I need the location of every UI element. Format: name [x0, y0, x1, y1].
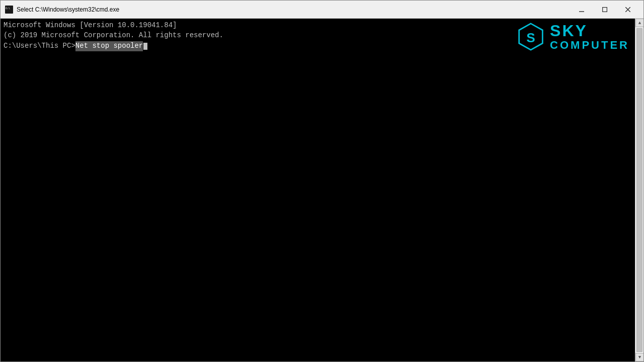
- scroll-up-button[interactable]: ▲: [635, 19, 643, 27]
- maximize-button[interactable]: [593, 1, 616, 19]
- cmd-window: Select C:\Windows\system32\cmd.exe Micro…: [0, 0, 644, 362]
- prompt-text: C:\Users\This PC>: [4, 41, 75, 51]
- window-icon: [5, 5, 14, 14]
- logo-computer-text: COMPUTER: [550, 40, 629, 51]
- scroll-thumb[interactable]: [636, 28, 642, 352]
- svg-text:S: S: [526, 30, 535, 45]
- sky-computer-logo-icon: S: [517, 23, 545, 51]
- logo-overlay: S SKY COMPUTER: [517, 23, 629, 51]
- svg-rect-1: [603, 7, 607, 12]
- logo-sky-text: SKY: [550, 23, 629, 39]
- terminal-content[interactable]: Microsoft Windows [Version 10.0.19041.84…: [1, 19, 635, 361]
- window-title: Select C:\Windows\system32\cmd.exe: [17, 6, 570, 13]
- typed-command: Net stop spooler: [75, 41, 143, 51]
- title-bar: Select C:\Windows\system32\cmd.exe: [1, 1, 643, 19]
- cursor: [143, 43, 147, 50]
- logo-text-group: SKY COMPUTER: [550, 23, 629, 51]
- minimize-button[interactable]: [570, 1, 593, 19]
- close-button[interactable]: [616, 1, 639, 19]
- terminal-area: Microsoft Windows [Version 10.0.19041.84…: [1, 19, 643, 361]
- scrollbar[interactable]: ▲ ▼: [635, 19, 643, 361]
- scroll-down-button[interactable]: ▼: [635, 353, 643, 361]
- window-controls: [570, 1, 639, 19]
